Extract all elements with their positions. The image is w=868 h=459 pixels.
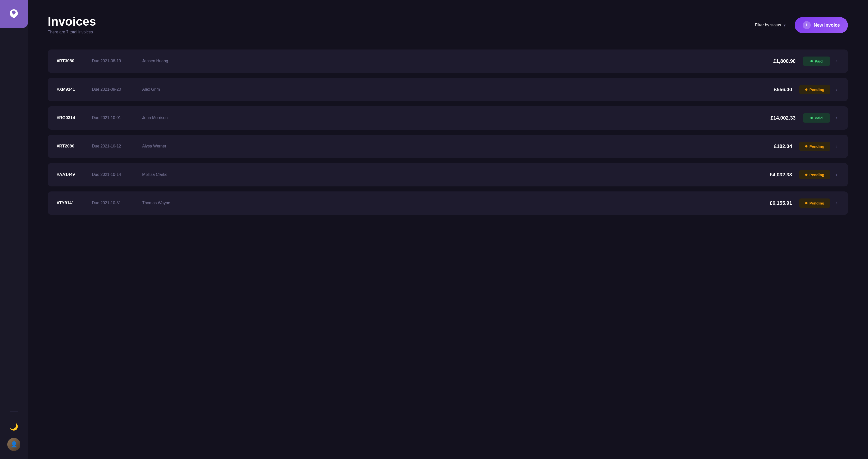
invoice-status-section: Pending ›: [799, 142, 839, 151]
status-dot-icon: [805, 174, 807, 176]
status-dot-icon: [805, 88, 807, 91]
status-badge: Pending: [799, 85, 830, 94]
invoice-status-section: Pending ›: [799, 198, 839, 208]
logo-icon: [7, 7, 20, 20]
header-actions: Filter by status ▾ + New Invoice: [751, 17, 848, 33]
invoice-client-name: Thomas Wayne: [142, 201, 747, 205]
status-dot-icon: [810, 117, 813, 119]
invoice-client-name: Jensen Huang: [142, 59, 750, 63]
sidebar-logo[interactable]: [0, 0, 28, 28]
invoice-client-name: Mellisa Clarke: [142, 172, 747, 177]
invoice-id: #AA1449: [57, 172, 92, 177]
status-dot-icon: [805, 202, 807, 204]
invoice-id: #RT3080: [57, 59, 92, 64]
chevron-right-icon[interactable]: ›: [834, 142, 839, 151]
invoice-amount: £556.00: [747, 87, 792, 92]
invoice-row[interactable]: #RT3080 Due 2021-08-19 Jensen Huang £1,8…: [48, 50, 848, 73]
page-subtitle: There are 7 total invoices: [48, 30, 96, 34]
chevron-down-icon: ▾: [783, 23, 785, 28]
chevron-right-icon[interactable]: ›: [834, 57, 839, 65]
status-badge: Paid: [803, 113, 830, 123]
filter-status-button[interactable]: Filter by status ▾: [751, 20, 789, 30]
sidebar-divider: [10, 411, 18, 411]
invoice-id: #RG0314: [57, 115, 92, 120]
moon-icon[interactable]: 🌙: [9, 423, 18, 431]
status-label: Paid: [815, 116, 823, 120]
invoice-client-name: Alex Grim: [142, 87, 747, 92]
status-dot-icon: [810, 60, 813, 62]
invoice-due-date: Due 2021-08-19: [92, 59, 142, 63]
invoice-id: #TY9141: [57, 201, 92, 206]
invoice-status-section: Pending ›: [799, 85, 839, 94]
chevron-right-icon[interactable]: ›: [834, 114, 839, 122]
invoice-status-section: Paid ›: [803, 57, 839, 66]
invoice-due-date: Due 2021-10-31: [92, 201, 142, 205]
chevron-right-icon[interactable]: ›: [834, 85, 839, 94]
invoice-amount: £1,800.90: [750, 58, 796, 64]
invoice-amount: £14,002.33: [750, 115, 796, 121]
new-invoice-button[interactable]: + New Invoice: [795, 17, 848, 33]
status-label: Pending: [809, 201, 824, 205]
status-label: Pending: [809, 173, 824, 177]
page-header: Invoices There are 7 total invoices Filt…: [48, 15, 848, 34]
invoice-due-date: Due 2021-09-20: [92, 87, 142, 92]
invoice-row[interactable]: #AA1449 Due 2021-10-14 Mellisa Clarke £4…: [48, 163, 848, 186]
page-title: Invoices: [48, 15, 96, 28]
invoice-amount: £102.04: [747, 144, 792, 149]
invoice-amount: £4,032.33: [747, 172, 792, 178]
invoice-due-date: Due 2021-10-14: [92, 172, 142, 177]
plus-icon: +: [803, 21, 811, 29]
invoice-status-section: Pending ›: [799, 170, 839, 179]
status-label: Pending: [809, 87, 824, 92]
invoice-row[interactable]: #TY9141 Due 2021-10-31 Thomas Wayne £6,1…: [48, 191, 848, 215]
invoice-due-date: Due 2021-10-12: [92, 144, 142, 149]
avatar-image: 👤: [7, 438, 20, 451]
status-badge: Pending: [799, 170, 830, 179]
status-label: Paid: [815, 59, 823, 63]
invoice-list: #RT3080 Due 2021-08-19 Jensen Huang £1,8…: [48, 50, 848, 215]
new-invoice-label: New Invoice: [814, 23, 840, 28]
invoice-row[interactable]: #XM9141 Due 2021-09-20 Alex Grim £556.00…: [48, 78, 848, 101]
chevron-right-icon[interactable]: ›: [834, 199, 839, 207]
status-badge: Pending: [799, 198, 830, 208]
filter-label: Filter by status: [755, 23, 781, 27]
chevron-right-icon[interactable]: ›: [834, 171, 839, 179]
sidebar: 🌙 👤: [0, 0, 28, 459]
invoice-id: #RT2080: [57, 144, 92, 149]
invoice-due-date: Due 2021-10-01: [92, 116, 142, 120]
invoice-row[interactable]: #RG0314 Due 2021-10-01 John Morrison £14…: [48, 106, 848, 130]
invoice-client-name: John Morrison: [142, 116, 750, 120]
main-content: Invoices There are 7 total invoices Filt…: [28, 0, 868, 459]
sidebar-bottom: 🌙 👤: [7, 407, 20, 451]
invoice-amount: £6,155.91: [747, 200, 792, 206]
invoice-id: #XM9141: [57, 87, 92, 92]
status-badge: Pending: [799, 142, 830, 151]
title-section: Invoices There are 7 total invoices: [48, 15, 96, 34]
status-label: Pending: [809, 144, 824, 149]
avatar[interactable]: 👤: [7, 438, 20, 451]
invoice-client-name: Alysa Werner: [142, 144, 747, 149]
status-dot-icon: [805, 145, 807, 148]
invoice-status-section: Paid ›: [803, 113, 839, 123]
status-badge: Paid: [803, 57, 830, 66]
invoice-row[interactable]: #RT2080 Due 2021-10-12 Alysa Werner £102…: [48, 135, 848, 158]
